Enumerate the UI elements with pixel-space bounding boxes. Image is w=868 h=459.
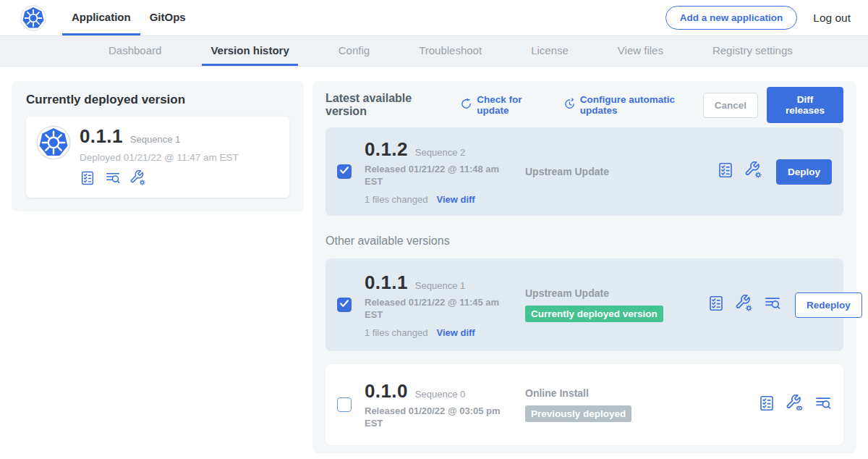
sequence-label: Sequence 2 [415, 147, 465, 158]
previously-deployed-badge: Previously deployed [525, 405, 631, 422]
deploy-logs-icon[interactable] [764, 295, 781, 315]
top-nav: Application GitOps Add a new application… [0, 0, 868, 36]
version-checkbox[interactable] [337, 397, 352, 412]
sequence-label: Sequence 1 [415, 280, 465, 291]
refresh-icon [460, 98, 472, 112]
top-nav-right: Add a new application Log out [665, 0, 851, 35]
edit-config-icon[interactable] [736, 295, 753, 315]
subnav-registry-settings-label: Registry settings [712, 44, 793, 56]
add-new-application-button[interactable]: Add a new application [665, 6, 798, 30]
deployed-version-number: 0.1.1 [80, 125, 123, 148]
latest-available-title: Latest available version [326, 92, 446, 118]
version-checkbox[interactable] [337, 164, 352, 179]
deploy-button[interactable]: Deploy [776, 159, 832, 185]
clock-update-icon [563, 98, 576, 112]
subnav-item-dashboard[interactable]: Dashboard [100, 36, 170, 66]
version-info: 0.1.2 Sequence 2 Released 01/21/22 @ 11:… [365, 138, 503, 206]
currently-deployed-panel: Currently deployed version 0.1.1 Sequenc… [12, 81, 304, 211]
subnav-item-config[interactable]: Config [330, 36, 378, 66]
version-card-0-1-0: 0.1.0 Sequence 0 Released 01/20/22 @ 03:… [326, 364, 843, 445]
preflight-checks-icon[interactable] [758, 395, 775, 415]
version-actions [758, 395, 832, 415]
redeploy-button[interactable]: Redeploy [795, 292, 862, 318]
preflight-checks-icon[interactable] [717, 161, 734, 182]
subnav-item-view-files[interactable]: View files [609, 36, 672, 66]
kubernetes-logo-icon [20, 0, 46, 35]
files-changed-label: 1 files changed [365, 327, 427, 338]
currently-deployed-badge: Currently deployed version [525, 306, 663, 322]
preflight-checks-icon[interactable] [707, 295, 725, 315]
subnav-view-files-label: View files [618, 44, 663, 56]
deploy-logs-icon[interactable] [814, 395, 832, 415]
version-actions: Redeploy [707, 292, 862, 318]
subnav-item-troubleshoot[interactable]: Troubleshoot [410, 36, 490, 66]
version-number: 0.1.0 [365, 380, 408, 403]
view-config-icon[interactable] [786, 395, 804, 415]
subnav-item-registry-settings[interactable]: Registry settings [704, 36, 801, 66]
deployed-sequence-label: Sequence 1 [130, 134, 180, 145]
top-nav-tabs: Application GitOps [62, 0, 195, 35]
source-label: Online Install [525, 387, 707, 399]
released-timestamp: Released 01/21/22 @ 11:48 am EST [365, 164, 503, 188]
checkmark-icon [339, 164, 350, 179]
subnav-config-label: Config [339, 44, 370, 56]
version-number: 0.1.2 [365, 138, 408, 161]
tab-application[interactable]: Application [62, 0, 140, 35]
version-number: 0.1.1 [365, 271, 408, 294]
version-actions: Deploy [717, 159, 832, 185]
version-source: Upstream Update [525, 166, 707, 177]
check-for-update-link[interactable]: Check for update [460, 94, 549, 116]
deployed-timestamp: Deployed 01/21/22 @ 11:47 am EST [80, 152, 239, 163]
version-info: 0.1.1 Sequence 1 Released 01/21/22 @ 11:… [365, 271, 503, 339]
app-logo-icon [36, 125, 71, 163]
version-source: Upstream Update Currently deployed versi… [525, 287, 707, 322]
version-card-0-1-2: 0.1.2 Sequence 2 Released 01/21/22 @ 11:… [326, 127, 843, 216]
currently-deployed-title: Currently deployed version [26, 93, 289, 107]
available-panel-header: Latest available version Check for updat… [326, 93, 843, 117]
tab-gitops-label: GitOps [150, 11, 186, 23]
view-diff-link[interactable]: View diff [436, 327, 475, 338]
edit-config-icon[interactable] [745, 161, 762, 182]
version-card-0-1-1: 0.1.1 Sequence 1 Released 01/21/22 @ 11:… [326, 258, 843, 351]
kots-admin-console: Application GitOps Add a new application… [0, 0, 868, 459]
released-timestamp: Released 01/21/22 @ 11:45 am EST [365, 297, 503, 321]
version-source: Online Install Previously deployed [525, 387, 707, 422]
tab-application-label: Application [72, 11, 131, 23]
configure-automatic-updates-label: Configure automatic updates [580, 94, 703, 116]
version-info: 0.1.0 Sequence 0 Released 01/20/22 @ 03:… [365, 380, 503, 430]
logout-link[interactable]: Log out [813, 12, 851, 25]
subnav-item-version-history[interactable]: Version history [202, 36, 297, 66]
app-sub-nav: Dashboard Version history Config Trouble… [0, 36, 868, 67]
diff-releases-button[interactable]: Diff releases [767, 87, 843, 123]
deploy-logs-icon[interactable] [105, 170, 121, 189]
subnav-license-label: License [531, 44, 569, 56]
subnav-troubleshoot-label: Troubleshoot [419, 44, 482, 56]
view-diff-link[interactable]: View diff [436, 194, 475, 205]
version-checkbox[interactable] [337, 298, 352, 312]
source-label: Upstream Update [525, 166, 707, 177]
cancel-button[interactable]: Cancel [703, 93, 758, 118]
check-for-update-label: Check for update [477, 94, 549, 116]
preflight-checks-icon[interactable] [80, 170, 95, 189]
source-label: Upstream Update [525, 287, 707, 299]
available-versions-panel: Latest available version Check for updat… [312, 81, 856, 453]
other-versions-heading: Other available versions [326, 235, 843, 248]
checkmark-icon [339, 298, 350, 312]
configure-automatic-updates-link[interactable]: Configure automatic updates [563, 94, 703, 116]
edit-config-icon[interactable] [130, 170, 146, 189]
tab-gitops[interactable]: GitOps [140, 0, 195, 35]
subnav-dashboard-label: Dashboard [109, 44, 161, 56]
sequence-label: Sequence 0 [415, 389, 465, 400]
subnav-item-license[interactable]: License [522, 36, 577, 66]
deployed-version-card: 0.1.1 Sequence 1 Deployed 01/21/22 @ 11:… [26, 117, 289, 198]
released-timestamp: Released 01/20/22 @ 03:05 pm EST [365, 405, 503, 430]
deployed-version-details: 0.1.1 Sequence 1 Deployed 01/21/22 @ 11:… [80, 125, 239, 189]
files-changed-label: 1 files changed [365, 194, 427, 205]
subnav-version-history-label: Version history [210, 44, 289, 56]
